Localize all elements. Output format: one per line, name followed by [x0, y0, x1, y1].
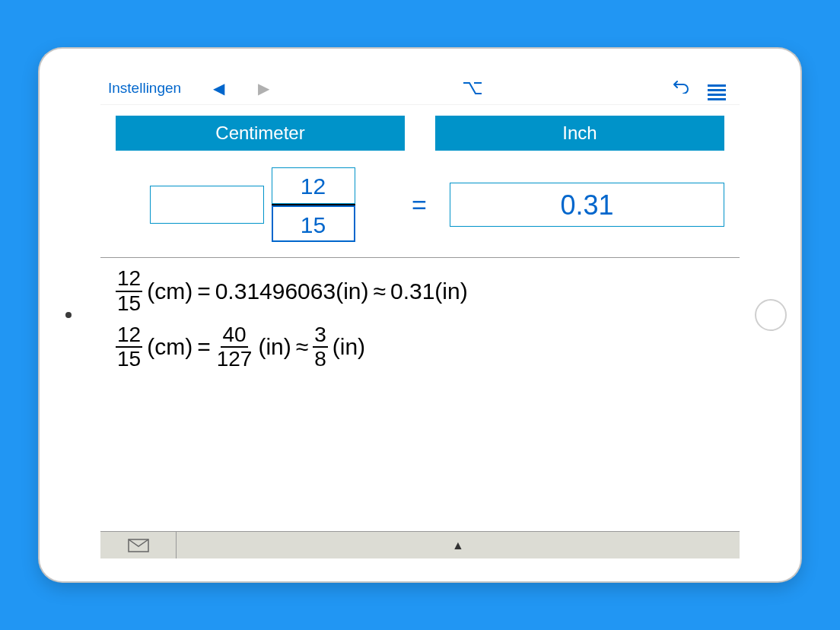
- fraction-icon: 12 15: [116, 323, 142, 372]
- tablet-frame: Instellingen ◀ ▶ Centimeter Inch: [40, 49, 800, 581]
- unit-label: (cm): [147, 278, 192, 304]
- units-row: Centimeter Inch: [100, 105, 740, 158]
- input-row: 12 15 = 0.31: [100, 158, 740, 257]
- frac-den: 8: [313, 348, 328, 371]
- frac-den: 127: [215, 348, 254, 371]
- equals-text: =: [197, 334, 211, 360]
- equals-text: =: [197, 278, 211, 304]
- unit-left-tab[interactable]: Centimeter: [116, 116, 405, 151]
- fraction-icon: 12 15: [116, 267, 142, 316]
- menu-icon[interactable]: [702, 76, 732, 100]
- approx-sign: ≈: [374, 278, 386, 304]
- expand-button[interactable]: ▲: [177, 532, 740, 558]
- frac-den: 15: [116, 348, 142, 371]
- mail-button[interactable]: [100, 532, 177, 558]
- app-screen: Instellingen ◀ ▶ Centimeter Inch: [100, 72, 740, 558]
- frac-num: 12: [116, 323, 142, 348]
- unit-label: (cm): [147, 334, 192, 360]
- envelope-icon: [128, 539, 149, 552]
- denominator-input[interactable]: 15: [272, 205, 355, 242]
- frac-num: 3: [313, 323, 328, 348]
- decimal-value: 0.31496063(in): [215, 278, 369, 304]
- left-input-group: 12 15: [116, 167, 389, 242]
- frac-num: 12: [116, 267, 142, 292]
- fraction-icon: 3 8: [313, 323, 328, 372]
- nav-next-icon[interactable]: ▶: [241, 79, 286, 97]
- equals-sign: =: [398, 190, 441, 220]
- unit-label: (in): [258, 334, 291, 360]
- frac-num: 40: [221, 323, 247, 348]
- undo-icon[interactable]: [659, 78, 702, 98]
- bottom-bar: ▲: [100, 531, 740, 558]
- settings-button[interactable]: Instellingen: [108, 80, 181, 97]
- numerator-input[interactable]: 12: [272, 167, 355, 204]
- results-panel: 12 15 (cm) = 0.31496063(in) ≈ 0.31(in) 1…: [100, 257, 740, 531]
- toolbar: Instellingen ◀ ▶: [100, 72, 740, 105]
- option-key-icon[interactable]: [433, 82, 512, 94]
- result-output[interactable]: 0.31: [450, 183, 724, 227]
- result-line-1: 12 15 (cm) = 0.31496063(in) ≈ 0.31(in): [116, 267, 724, 316]
- chevron-up-icon: ▲: [452, 539, 464, 552]
- fraction-input: 12 15: [272, 167, 355, 242]
- whole-number-input[interactable]: [150, 186, 264, 224]
- approx-sign: ≈: [296, 334, 308, 360]
- home-button[interactable]: [755, 299, 787, 331]
- camera-icon: [65, 312, 72, 318]
- fraction-icon: 40 127: [215, 323, 254, 372]
- unit-label: (in): [332, 334, 365, 360]
- frac-den: 15: [116, 292, 142, 316]
- unit-right-tab[interactable]: Inch: [435, 116, 724, 151]
- result-line-2: 12 15 (cm) = 40 127 (in) ≈ 3 8 (in): [116, 323, 724, 372]
- approx-value: 0.31(in): [390, 278, 468, 304]
- nav-prev-icon[interactable]: ◀: [196, 79, 241, 97]
